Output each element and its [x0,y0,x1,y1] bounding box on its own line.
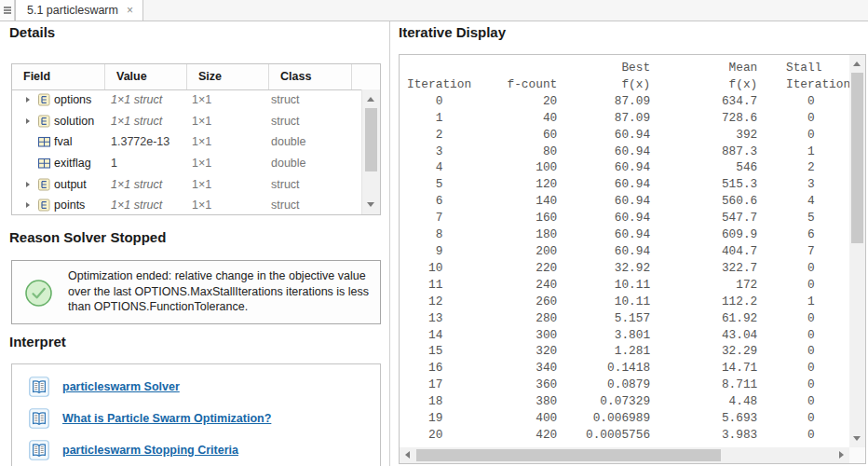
tab-close-icon[interactable]: × [127,5,133,16]
field-size: 1×1 [192,157,211,170]
field-size: 1×1 [192,178,211,191]
column-header-value[interactable]: Value [105,64,187,89]
details-table-header: Field Value Size Class [12,64,380,90]
matrix-icon [37,157,51,171]
table-row[interactable]: points 1×1 struct 1×1 struct [12,195,362,214]
column-header-size[interactable]: Size [187,64,269,89]
book-icon [29,440,49,460]
scroll-down-icon[interactable] [367,202,374,207]
check-circle-icon [24,279,53,308]
doc-link-row[interactable]: particleswarm Solver [29,376,180,398]
scroll-up-icon[interactable] [367,97,374,102]
scrollbar-corner [849,447,865,463]
interpret-box: particleswarm Solver What is Particle Sw… [11,363,381,466]
field-value: 1×1 struct [111,93,162,106]
doc-link[interactable]: What is Particle Swarm Optimization? [62,412,271,425]
column-header-field[interactable]: Field [12,64,105,89]
iterative-display-heading: Iterative Display [399,24,506,40]
reason-message: Optimization ended: relative change in t… [68,268,371,315]
doc-link[interactable]: particleswarm Solver [62,380,180,393]
field-class: struct [271,199,300,212]
doc-link-row[interactable]: What is Particle Swarm Optimization? [29,407,271,430]
book-icon [29,408,49,429]
field-value: 1×1 struct [111,178,162,191]
table-row[interactable]: output 1×1 struct 1×1 struct [12,173,362,195]
iterative-horizontal-scrollbar[interactable] [400,447,849,463]
scrollbar-thumb[interactable] [416,449,721,461]
tab-bar: 5.1 particleswarm × [0,0,868,21]
field-class: struct [271,115,300,128]
field-name: options [54,93,91,106]
expand-arrow-icon[interactable] [26,118,30,124]
field-name: output [54,178,87,191]
expand-arrow-icon[interactable] [26,202,30,208]
hamburger-icon [4,7,11,8]
table-row[interactable]: fval 1.3772e-13 1×1 double [12,131,362,153]
tab-label: 5.1 particleswarm [27,4,118,17]
table-row[interactable]: solution 1×1 struct 1×1 struct [12,111,362,132]
struct-icon [37,199,51,212]
details-vertical-scrollbar[interactable] [361,89,380,214]
iterative-vertical-scrollbar[interactable] [849,55,865,447]
expand-arrow-icon[interactable] [26,182,30,187]
pane-divider[interactable] [389,21,390,466]
details-table-body: options 1×1 struct 1×1 struct solution 1… [12,89,362,214]
reason-box: Optimization ended: relative change in t… [11,260,381,324]
table-row[interactable]: options 1×1 struct 1×1 struct [12,89,362,111]
scrollbar-thumb[interactable] [851,73,863,243]
field-class: struct [271,93,300,106]
details-table: Field Value Size Class options 1×1 struc… [11,63,381,215]
panel-menu-button[interactable] [0,0,15,21]
struct-icon [37,114,51,128]
details-heading: Details [9,24,55,40]
field-value: 1 [111,157,117,170]
field-name: points [54,199,85,212]
field-name: fval [54,135,72,148]
scroll-left-icon[interactable] [405,451,410,459]
field-class: double [271,157,306,170]
struct-icon [37,93,51,107]
expand-arrow-icon[interactable] [26,97,30,103]
field-value: 1×1 struct [111,115,162,128]
field-value: 1.3772e-13 [111,135,170,148]
iterative-output-text: Best Mean Stall Iteration f-count f(x) f… [407,60,851,448]
app-window: 5.1 particleswarm × Details Field Value … [0,0,868,466]
doc-link-row[interactable]: particleswarm Stopping Criteria [29,439,238,461]
field-name: solution [54,115,94,128]
doc-link[interactable]: particleswarm Stopping Criteria [62,444,238,457]
reason-heading: Reason Solver Stopped [9,229,166,245]
column-header-class[interactable]: Class [269,64,352,89]
interpret-heading: Interpret [9,334,66,350]
scroll-right-icon[interactable] [839,451,844,459]
field-size: 1×1 [192,199,211,212]
field-size: 1×1 [192,93,211,106]
scroll-up-icon[interactable] [853,62,861,66]
field-name: exitflag [54,157,91,170]
book-icon [29,377,49,397]
field-class: double [271,135,306,148]
table-row[interactable]: exitflag 1 1×1 double [12,153,362,174]
field-value: 1×1 struct [111,199,162,212]
tab-particleswarm[interactable]: 5.1 particleswarm × [15,0,143,21]
field-size: 1×1 [192,115,211,128]
column-header-filler [352,64,380,89]
field-class: struct [271,178,300,191]
iterative-display-panel: Best Mean Stall Iteration f-count f(x) f… [399,54,866,464]
scroll-down-icon[interactable] [853,436,861,441]
matrix-icon [37,135,51,149]
field-size: 1×1 [192,135,211,148]
scrollbar-thumb[interactable] [365,108,377,171]
struct-icon [37,177,51,191]
